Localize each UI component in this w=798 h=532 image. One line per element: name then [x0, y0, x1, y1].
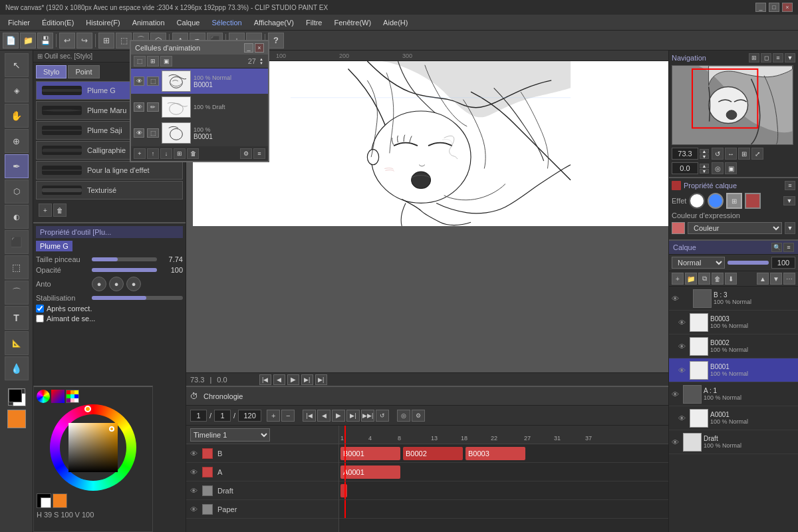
foreground-swatch[interactable] [37, 493, 51, 508]
anto-btn-1[interactable]: ● [92, 277, 106, 291]
cell-vis-b0001-2[interactable]: 👁 [134, 128, 144, 138]
cells-close-button[interactable]: × [255, 43, 264, 53]
menu-affichage[interactable]: Affichage(V) [249, 17, 299, 28]
tl-next-button[interactable]: ▶| [346, 410, 360, 422]
nav-rotate-btn[interactable]: ↺ [712, 148, 724, 160]
tool-arrow[interactable]: ↖ [5, 53, 29, 77]
play-next-button[interactable]: ▶| [301, 374, 313, 385]
timeline-frames[interactable]: 1 4 8 13 18 22 27 31 37 [339, 426, 668, 532]
menu-selection[interactable]: Sélection [206, 17, 247, 28]
color-wheel-container[interactable] [50, 404, 136, 491]
layer-item-b0001[interactable]: 👁 B0001 100 % Normal [669, 358, 798, 382]
play-begin-button[interactable]: |◀ [259, 374, 271, 385]
apres-correct-checkbox[interactable] [36, 305, 44, 313]
layer-item-a1[interactable]: 👁 A : 1 100 % Normal [669, 382, 798, 406]
brush-texturise[interactable]: Texturisé [36, 181, 183, 200]
tool-selectrect[interactable]: ⬚ [5, 255, 29, 279]
current-color-swatch[interactable] [53, 493, 67, 508]
menu-histoire[interactable]: Histoire(F) [80, 17, 125, 28]
nav-extra-btn2[interactable]: ▣ [725, 162, 737, 174]
toolbar-new[interactable]: 📄 [3, 33, 19, 49]
nav-fit-btn[interactable]: ⊞ [738, 148, 750, 160]
layer-vis-b0001[interactable]: 👁 [678, 366, 688, 374]
tl-add-frame-button[interactable]: + [267, 410, 280, 422]
tl-block-b0002[interactable]: B0002 [403, 447, 463, 460]
layer-opacity-slider[interactable] [728, 261, 769, 265]
effect-circle-red[interactable] [745, 193, 761, 209]
stab-slider[interactable] [92, 296, 183, 300]
nav-fullscreen-btn[interactable]: ⤢ [751, 148, 763, 160]
cell-item-b0001-2[interactable]: 👁 ⬚ 100 % B0001 [131, 120, 268, 146]
menu-animation[interactable]: Animation [127, 17, 170, 28]
brush-tab-point[interactable]: Point [68, 65, 99, 78]
tool-blend[interactable]: ◐ [5, 205, 29, 229]
close-button[interactable]: × [782, 3, 793, 12]
nav-icon-3[interactable]: ≡ [773, 53, 783, 63]
toolbar-help[interactable]: ? [268, 33, 284, 49]
prop-calque-btn1[interactable]: ≡ [785, 181, 795, 190]
nav-offset-down[interactable]: ▼ [700, 169, 709, 174]
layer-copy-button[interactable]: ⧉ [698, 273, 710, 285]
layer-mode-select[interactable]: Normal [672, 257, 725, 269]
tl-vis-draft[interactable]: 👁 [190, 487, 200, 495]
menu-fichier[interactable]: Fichier [3, 17, 35, 28]
anto-btn-3[interactable]: ● [126, 277, 141, 291]
layer-item-a0001[interactable]: 👁 A0001 100 % Normal [669, 406, 798, 430]
delete-brush-button[interactable]: 🗑 [53, 203, 66, 217]
tool-text[interactable]: T [5, 306, 29, 330]
tl-block-a0001[interactable]: A0001 [340, 466, 400, 479]
nav-preview[interactable] [672, 65, 793, 145]
effect-circle-blue[interactable] [708, 193, 724, 209]
cells-tb-btn1[interactable]: ⬚ [134, 56, 146, 66]
layer-merge-button[interactable]: ⬇ [725, 273, 737, 285]
toolbar-redo[interactable]: ↪ [76, 33, 92, 49]
cells-footer-btn2[interactable]: ↑ [147, 148, 159, 159]
menu-filtre[interactable]: Filtre [301, 17, 327, 28]
size-slider[interactable] [92, 257, 157, 261]
couleur-arrow[interactable]: ▼ [785, 222, 795, 234]
layer-more-button[interactable]: ⋯ [783, 273, 795, 285]
maximize-button[interactable]: □ [769, 3, 779, 12]
brush-tab-stylo[interactable]: Stylo [36, 65, 66, 78]
cell-item-b0001[interactable]: 👁 ⬚ 100 % Normal B0001 [131, 68, 268, 94]
layer-item-b0002[interactable]: 👁 B0002 100 % Normal [669, 334, 798, 358]
menu-calque[interactable]: Calque [172, 17, 205, 28]
tl-vis-b[interactable]: 👁 [190, 450, 200, 458]
menu-aide[interactable]: Aide(H) [378, 17, 413, 28]
nav-zoom-input[interactable] [672, 148, 698, 160]
opacity-slider[interactable] [92, 268, 157, 272]
anto-btn-2[interactable]: ● [109, 277, 124, 291]
nav-offset-up[interactable]: ▲ [700, 164, 709, 168]
brush-ligne-effet[interactable]: Pour la ligne d'effet [36, 161, 183, 180]
cell-item-draft[interactable]: 👁 ✏ 100 % Draft [131, 94, 268, 120]
nav-icon-4[interactable]: ▼ [785, 53, 795, 63]
tl-block-b0003[interactable]: B0003 [466, 447, 525, 460]
tl-prev-button[interactable]: ◀ [317, 410, 331, 422]
layer-settings-icon[interactable]: ≡ [783, 243, 794, 252]
effect-arrow[interactable]: ▼ [783, 196, 795, 205]
menu-edition[interactable]: Édition(E) [37, 17, 79, 28]
tool-eyedrop[interactable]: 💧 [5, 356, 29, 380]
color-wheel-icon[interactable] [37, 390, 50, 403]
tl-settings-button[interactable]: ⚙ [412, 410, 425, 422]
tl-block-b0001[interactable]: B0001 [340, 447, 400, 460]
tool-eraser[interactable]: ⬡ [5, 180, 29, 203]
effect-circle-dots[interactable]: ⊞ [726, 193, 742, 209]
nav-offset-input[interactable] [672, 162, 698, 174]
saturation-square[interactable] [68, 423, 118, 472]
color-gradient-icon[interactable] [51, 390, 65, 403]
layer-vis-b0003[interactable]: 👁 [678, 319, 688, 327]
layer-opacity-input[interactable] [771, 257, 795, 269]
layer-folder-button[interactable]: 📁 [685, 273, 697, 285]
layer-vis-a1[interactable]: 👁 [672, 390, 681, 398]
layer-search-icon[interactable]: 🔍 [771, 243, 782, 252]
tl-vis-paper[interactable]: 👁 [190, 505, 200, 513]
layer-item-b0003[interactable]: 👁 B0003 100 % Normal [669, 311, 798, 334]
play-button[interactable]: ▶ [287, 374, 299, 385]
nav-zoom-up[interactable]: ▲ [700, 149, 709, 154]
cell-vis-b0001[interactable]: 👁 [134, 76, 144, 86]
cells-footer-btn1[interactable]: + [134, 148, 146, 159]
hue-cursor[interactable] [84, 406, 91, 412]
cells-footer-btn7[interactable]: ≡ [253, 148, 265, 159]
tool-ruler[interactable]: 📐 [5, 331, 29, 355]
